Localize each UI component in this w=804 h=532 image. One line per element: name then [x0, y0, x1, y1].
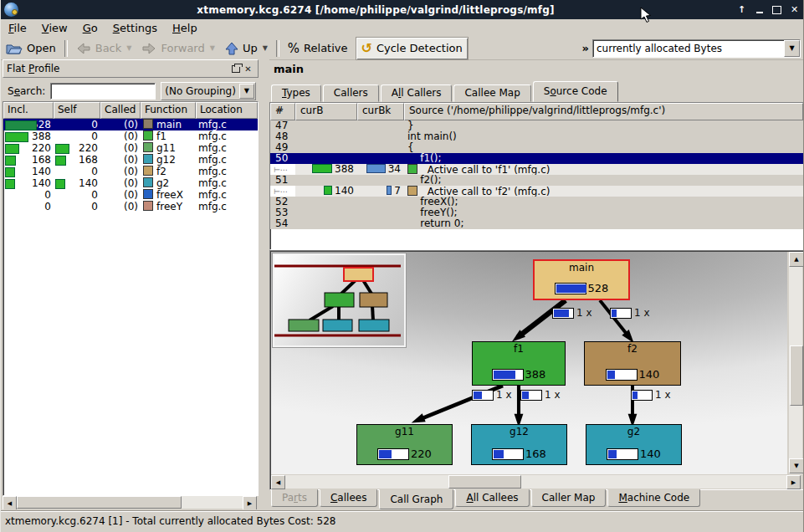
- tab-callers[interactable]: Callers: [323, 84, 379, 102]
- grouping-arrow-icon[interactable]: ▼: [239, 84, 254, 99]
- source-column-0[interactable]: #: [270, 103, 295, 120]
- scrollbar-thumb[interactable]: [790, 345, 803, 406]
- function-color-icon: [143, 166, 153, 176]
- tab-all-callers[interactable]: All Callers: [381, 84, 453, 102]
- graph-hscrollbar[interactable]: ◀ ▶: [271, 475, 801, 489]
- graph-node-g11[interactable]: g11 220: [356, 424, 453, 465]
- tab-parts[interactable]: Parts: [271, 489, 318, 507]
- graph-overview-minimap[interactable]: [273, 253, 406, 347]
- scroll-up-icon[interactable]: ▲: [789, 252, 804, 267]
- source-line-49[interactable]: 49 {: [270, 142, 803, 153]
- dock-titlebar[interactable]: Flat Profile ✕: [3, 59, 259, 78]
- dock-close-button[interactable]: ✕: [242, 64, 254, 74]
- column-header-incl[interactable]: Incl.: [3, 102, 54, 119]
- combobox-arrow-icon[interactable]: ▼: [784, 40, 800, 57]
- tab-all-callees[interactable]: All Callees: [455, 489, 529, 507]
- function-row-g2[interactable]: 140 140 (0) g2 mfg.c: [3, 177, 258, 189]
- source-line-48[interactable]: 48 int main(): [270, 131, 803, 142]
- node-label: main: [535, 261, 628, 275]
- panel-splitter[interactable]: [259, 59, 269, 509]
- scroll-right-icon[interactable]: ▶: [243, 496, 257, 510]
- source-call-row[interactable]: ⊢⋯ 140 7 Active call to 'f2' (mfg.c): [270, 186, 803, 197]
- tab-call-graph[interactable]: Call Graph: [379, 489, 453, 509]
- edge-label-f2-g2[interactable]: 1 x: [631, 389, 671, 401]
- function-row-f1[interactable]: 388 0 (0) f1 mfg.c: [3, 130, 258, 142]
- curBk-bar: [387, 186, 392, 195]
- source-column-1[interactable]: curB: [295, 103, 357, 120]
- tab-types[interactable]: Types: [271, 84, 321, 102]
- function-list-header: Incl.SelfCalledFunctionLocation: [3, 102, 258, 119]
- source-line-54[interactable]: 54 return 0;: [270, 218, 803, 229]
- column-header-self[interactable]: Self: [54, 102, 100, 119]
- menu-item-view[interactable]: View: [34, 20, 75, 36]
- scroll-left-icon[interactable]: ◀: [271, 475, 285, 489]
- function-row-freeY[interactable]: 0 0 (0) freeY mfg.c: [3, 201, 258, 212]
- tab-callee-map[interactable]: Callee Map: [453, 84, 530, 102]
- minimize-button[interactable]: [752, 3, 766, 16]
- scrollbar-thumb[interactable]: [448, 475, 521, 489]
- close-button[interactable]: ✕: [787, 3, 801, 16]
- shade-button[interactable]: ↑: [735, 3, 749, 16]
- event-type-combobox[interactable]: currently allocated Bytes ▼: [592, 39, 801, 58]
- edge-cost-bar: [610, 308, 632, 319]
- graph-vscrollbar[interactable]: ▲ ▼: [789, 252, 802, 474]
- call-graph-panel: main 528 f1 388 f2 140 g11 220 g12 168 g…: [269, 250, 804, 490]
- scrollbar-thumb[interactable]: [17, 496, 182, 509]
- source-line-47[interactable]: 47 }: [270, 120, 803, 131]
- source-line-53[interactable]: 53 freeY();: [270, 207, 803, 218]
- function-row-freeX[interactable]: 0 0 (0) freeX mfg.c: [3, 189, 258, 201]
- graph-node-g2[interactable]: g2 140: [586, 424, 682, 465]
- function-row-g11[interactable]: 220 220 (0) g11 mfg.c: [3, 142, 258, 154]
- node-cost-value: 528: [588, 282, 609, 294]
- search-input[interactable]: [50, 83, 156, 100]
- function-row-main[interactable]: 528 0 (0) main mfg.c: [3, 119, 258, 130]
- source-line-51[interactable]: 51 f2();: [270, 175, 803, 186]
- column-header-location[interactable]: Location: [196, 102, 258, 119]
- back-dropdown-icon[interactable]: ▼: [126, 44, 131, 52]
- column-header-called[interactable]: Called: [100, 102, 141, 119]
- node-label: f1: [473, 342, 565, 356]
- graph-node-f1[interactable]: f1 388: [472, 341, 566, 386]
- edge-label-main-f1[interactable]: 1 x: [552, 307, 592, 319]
- tab-machine-code[interactable]: Machine Code: [607, 489, 700, 507]
- function-list-hscrollbar[interactable]: ◀ ▶: [3, 496, 257, 509]
- cycle-detection-button[interactable]: ↺ Cycle Detection: [356, 38, 468, 59]
- scroll-down-icon[interactable]: ▼: [789, 458, 804, 473]
- relative-toggle-button[interactable]: % Relative: [283, 38, 353, 59]
- graph-node-f2[interactable]: f2 140: [584, 341, 681, 386]
- function-row-g12[interactable]: 168 168 (0) g12 mfg.c: [3, 154, 258, 166]
- edge-label-f1-g11[interactable]: 1 x: [472, 389, 512, 401]
- maximize-button[interactable]: [770, 3, 784, 16]
- tab-caller-map[interactable]: Caller Map: [531, 489, 607, 507]
- dock-float-button[interactable]: [229, 64, 242, 74]
- forward-button[interactable]: Forward ▼: [136, 38, 219, 59]
- edge-label-main-f2[interactable]: 1 x: [610, 307, 650, 319]
- tab-source-code[interactable]: Source Code: [533, 81, 618, 102]
- graph-node-main[interactable]: main 528: [533, 259, 630, 300]
- source-line-50[interactable]: 50 f1();: [270, 153, 803, 164]
- edge-label-f1-g12[interactable]: 1 x: [520, 389, 561, 401]
- up-button[interactable]: Up ▼: [220, 38, 273, 59]
- menu-item-go[interactable]: Go: [75, 20, 105, 36]
- call-graph-canvas[interactable]: main 528 f1 388 f2 140 g11 220 g12 168 g…: [271, 252, 787, 474]
- scroll-left-icon[interactable]: ◀: [3, 496, 17, 510]
- toolbar-overflow-chevron[interactable]: »: [582, 42, 589, 54]
- titlebar[interactable]: xtmemory.kcg.6274 [/home/philippe/valgri…: [1, 0, 803, 19]
- forward-dropdown-icon[interactable]: ▼: [210, 44, 215, 52]
- source-column-2[interactable]: curBk: [357, 103, 404, 120]
- source-call-row[interactable]: ⊢⋯ 388 34 Active call to 'f1' (mfg.c): [270, 164, 803, 175]
- function-row-f2[interactable]: 140 0 (0) f2 mfg.c: [3, 166, 258, 177]
- scroll-right-icon[interactable]: ▶: [786, 475, 801, 489]
- tab-callees[interactable]: Callees: [320, 489, 377, 507]
- menu-item-settings[interactable]: Settings: [105, 20, 165, 36]
- grouping-combobox[interactable]: (No Grouping) ▼: [161, 82, 256, 100]
- source-column-3[interactable]: Source ('/home/philippe/valgrind/littlep…: [404, 103, 803, 120]
- graph-node-g12[interactable]: g12 168: [471, 424, 567, 465]
- back-button[interactable]: Back ▼: [71, 38, 137, 59]
- column-header-function[interactable]: Function: [141, 102, 196, 119]
- menu-item-help[interactable]: Help: [165, 20, 205, 36]
- menu-item-file[interactable]: File: [1, 20, 34, 36]
- open-button[interactable]: Open: [1, 38, 61, 59]
- source-line-52[interactable]: 52 freeX();: [270, 197, 803, 207]
- up-dropdown-icon[interactable]: ▼: [263, 44, 268, 52]
